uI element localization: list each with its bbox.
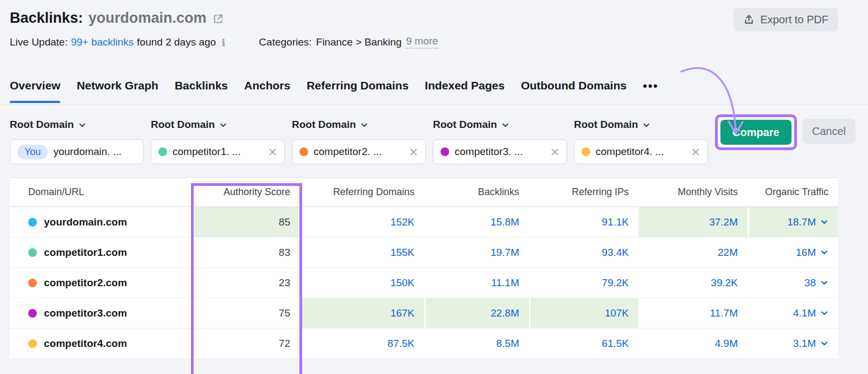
monthly-visits-cell: 22M — [639, 237, 748, 268]
root-domain-dropdown[interactable]: Root Domain — [292, 119, 426, 131]
domain-cell: competitor4.com — [10, 328, 191, 359]
tabs-bar: OverviewNetwork GraphBacklinksAnchorsRef… — [0, 70, 868, 105]
monthly-visits-link[interactable]: 4.9M — [715, 338, 738, 350]
remove-domain-icon[interactable] — [550, 147, 559, 157]
tab-backlinks[interactable]: Backlinks — [175, 79, 228, 103]
expand-row-chevron-icon[interactable] — [820, 279, 828, 287]
referring-domains-cell: 167K — [302, 298, 424, 328]
external-link-icon[interactable] — [212, 12, 224, 25]
live-update-label: Live Update: — [10, 36, 68, 48]
domain-cell: yourdomain.com — [10, 207, 191, 237]
domain-chip-label: competitor2. ... — [314, 146, 382, 158]
organic-traffic-link[interactable]: 18.7M — [787, 216, 816, 228]
authority-score-cell: 83 — [191, 237, 302, 268]
comparison-table: Domain/URLAuthority ScoreReferring Domai… — [10, 177, 838, 359]
referring-ips-link[interactable]: 91.1K — [602, 216, 629, 228]
authority-score-value: 23 — [279, 277, 290, 289]
table-row: yourdomain.com85152K15.8M91.1K37.2M18.7M — [10, 207, 838, 237]
monthly-visits-link[interactable]: 37.2M — [709, 216, 738, 228]
domain-chip-2[interactable]: competitor2. ... — [292, 139, 426, 164]
export-button-label: Export to PDF — [760, 14, 828, 26]
backlinks-link[interactable]: 19.7M — [490, 247, 519, 259]
compare-button[interactable]: Compare — [720, 120, 792, 145]
expand-row-chevron-icon[interactable] — [820, 339, 828, 347]
root-domain-dropdown-label: Root Domain — [151, 119, 215, 131]
table-row: competitor1.com83155K19.7M93.4K22M16M — [10, 237, 838, 268]
tabs-more-icon[interactable]: ••• — [643, 79, 659, 104]
domain-cell: competitor1.com — [10, 237, 191, 268]
export-icon — [743, 14, 755, 25]
referring-ips-cell: 107K — [529, 298, 639, 328]
authority-score-value: 72 — [279, 338, 290, 350]
backlinks-cell: 22.8M — [424, 298, 529, 328]
referring-domains-link[interactable]: 150K — [391, 277, 414, 289]
domain-chip-3[interactable]: competitor3. ... — [433, 139, 567, 164]
referring-ips-link[interactable]: 79.2K — [602, 277, 629, 289]
compare-filters-row: Root DomainYouyourdomain. ...Root Domain… — [0, 105, 868, 164]
organic-traffic-cell: 16M — [748, 237, 838, 268]
referring-ips-link[interactable]: 61.5K — [602, 338, 629, 350]
domain-chip-label: yourdomain. ... — [53, 146, 122, 158]
root-domain-dropdown[interactable]: Root Domain — [433, 119, 567, 131]
domain-color-dot — [441, 147, 449, 156]
root-domain-dropdown-label: Root Domain — [292, 119, 356, 131]
cancel-button[interactable]: Cancel — [802, 119, 856, 144]
monthly-visits-link[interactable]: 39.2K — [711, 277, 738, 289]
info-icon[interactable]: i — [221, 36, 225, 48]
organic-traffic-cell: 38 — [748, 268, 838, 298]
tab-network-graph[interactable]: Network Graph — [76, 79, 158, 103]
tab-overview[interactable]: Overview — [10, 79, 60, 103]
monthly-visits-link[interactable]: 22M — [718, 247, 738, 259]
monthly-visits-cell: 4.9M — [639, 328, 748, 359]
organic-traffic-link[interactable]: 3.1M — [793, 338, 816, 350]
referring-domains-cell: 152K — [302, 207, 424, 237]
domain-color-dot — [299, 147, 308, 156]
organic-traffic-link[interactable]: 38 — [805, 277, 816, 289]
referring-domains-link[interactable]: 87.5K — [387, 338, 414, 350]
export-pdf-button[interactable]: Export to PDF — [733, 8, 838, 31]
domain-chip-1[interactable]: competitor1. ... — [151, 139, 285, 164]
referring-domains-link[interactable]: 167K — [391, 307, 414, 319]
authority-score-value: 75 — [279, 307, 290, 319]
domain-name: competitor3.com — [44, 307, 127, 319]
root-domain-dropdown[interactable]: Root Domain — [10, 119, 144, 131]
backlinks-link[interactable]: 8.5M — [496, 338, 519, 350]
column-header-organic-traffic: Organic Traffic — [748, 178, 838, 207]
organic-traffic-link[interactable]: 16M — [796, 247, 816, 259]
authority-score-cell: 85 — [191, 207, 302, 237]
monthly-visits-link[interactable]: 11.7M — [710, 307, 738, 319]
domain-color-dot — [28, 218, 37, 227]
remove-domain-icon[interactable] — [268, 147, 277, 157]
domain-chip-0[interactable]: Youyourdomain. ... — [10, 139, 144, 164]
root-domain-dropdown[interactable]: Root Domain — [151, 119, 285, 131]
referring-ips-link[interactable]: 93.4K — [602, 247, 629, 259]
tab-outbound-domains[interactable]: Outbound Domains — [521, 79, 627, 103]
expand-row-chevron-icon[interactable] — [820, 309, 828, 317]
remove-domain-icon[interactable] — [691, 147, 700, 157]
filter-group-3: Root Domaincompetitor3. ... — [433, 119, 567, 164]
domain-color-dot — [28, 309, 37, 318]
expand-row-chevron-icon[interactable] — [820, 248, 828, 256]
referring-ips-cell: 91.1K — [529, 207, 639, 237]
categories-more-link[interactable]: 9 more — [406, 35, 438, 49]
backlinks-link[interactable]: 11.1M — [492, 277, 519, 289]
backlinks-count-link[interactable]: 99+ backlinks — [71, 36, 134, 48]
tab-referring-domains[interactable]: Referring Domains — [307, 79, 409, 103]
referring-ips-link[interactable]: 107K — [605, 307, 629, 319]
referring-domains-link[interactable]: 152K — [391, 216, 414, 228]
referring-domains-link[interactable]: 155K — [391, 247, 414, 259]
organic-traffic-cell: 3.1M — [748, 328, 838, 359]
compare-actions: Compare Cancel — [715, 119, 856, 144]
backlinks-link[interactable]: 22.8M — [490, 307, 519, 319]
expand-row-chevron-icon[interactable] — [820, 218, 828, 226]
filter-group-0: Root DomainYouyourdomain. ... — [10, 119, 144, 164]
tab-anchors[interactable]: Anchors — [244, 79, 290, 103]
backlinks-link[interactable]: 15.8M — [490, 216, 519, 228]
referring-ips-cell: 79.2K — [529, 268, 639, 298]
tab-indexed-pages[interactable]: Indexed Pages — [425, 79, 505, 103]
remove-domain-icon[interactable] — [409, 147, 418, 157]
organic-traffic-link[interactable]: 4.1M — [793, 307, 816, 319]
live-update-suffix: found 2 days ago — [137, 36, 216, 48]
root-domain-dropdown[interactable]: Root Domain — [574, 119, 708, 131]
domain-chip-4[interactable]: competitor4. ... — [574, 139, 708, 164]
